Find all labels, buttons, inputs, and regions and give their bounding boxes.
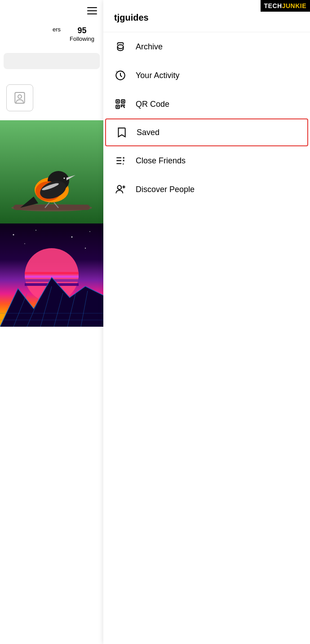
watermark-junkie: JUNKIE	[282, 2, 306, 9]
qr-code-label: QR Code	[136, 100, 169, 109]
watermark-tech: TECH	[264, 2, 282, 9]
bookmark-icon	[115, 126, 128, 139]
right-panel: tjguides Archive Your Activity	[103, 0, 310, 644]
discover-people-label: Discover People	[136, 185, 195, 194]
profile-stats: ers 95 Following	[0, 22, 103, 47]
menu-item-discover-people[interactable]: Discover People	[103, 175, 310, 204]
person-icon	[13, 91, 27, 105]
svg-point-32	[71, 237, 73, 238]
bird-image	[0, 120, 103, 223]
followers-label: ers	[53, 26, 61, 33]
svg-text:★: ★	[122, 159, 125, 162]
svg-rect-42	[117, 106, 118, 107]
search-bar[interactable]	[4, 53, 100, 69]
image-grid	[0, 120, 103, 327]
qr-code-icon	[114, 98, 127, 110]
followers-stat[interactable]: ers	[53, 26, 61, 42]
synthwave-image	[0, 223, 103, 327]
discover-people-icon	[114, 183, 127, 196]
svg-text:★: ★	[122, 162, 124, 165]
archive-label: Archive	[136, 42, 163, 52]
left-panel: ers 95 Following	[0, 0, 103, 644]
menu-item-close-friends[interactable]: ★ ★ ★ Close Friends	[103, 146, 310, 175]
archive-icon	[114, 40, 127, 53]
menu-item-qr-code[interactable]: QR Code	[103, 90, 310, 118]
svg-point-35	[85, 248, 86, 249]
saved-label: Saved	[137, 128, 159, 137]
svg-point-12	[64, 178, 65, 179]
watermark: TECHJUNKIE	[261, 0, 310, 12]
following-stat[interactable]: 95 Following	[70, 26, 94, 42]
close-friends-icon: ★ ★ ★	[114, 154, 127, 167]
activity-icon	[114, 69, 127, 82]
svg-point-31	[35, 230, 36, 231]
profile-placeholder	[6, 84, 33, 111]
menu-item-your-activity[interactable]: Your Activity	[103, 61, 310, 90]
menu-item-saved[interactable]: Saved	[105, 118, 308, 146]
profile-icon-area	[0, 75, 103, 120]
hamburger-button[interactable]	[87, 7, 97, 14]
svg-point-34	[24, 243, 25, 244]
activity-label: Your Activity	[136, 71, 179, 80]
menu-item-archive[interactable]: Archive	[103, 32, 310, 61]
following-count: 95	[70, 26, 94, 35]
svg-point-55	[118, 185, 122, 189]
svg-rect-41	[122, 101, 124, 102]
svg-point-33	[89, 231, 90, 232]
svg-point-1	[18, 95, 22, 98]
hamburger-area	[0, 0, 103, 22]
following-label: Following	[70, 35, 94, 42]
synthwave-svg	[0, 223, 103, 327]
bird-svg	[0, 120, 103, 223]
close-friends-label: Close Friends	[136, 156, 186, 166]
svg-rect-17	[25, 272, 79, 274]
svg-point-30	[13, 234, 14, 236]
svg-rect-40	[117, 101, 118, 102]
